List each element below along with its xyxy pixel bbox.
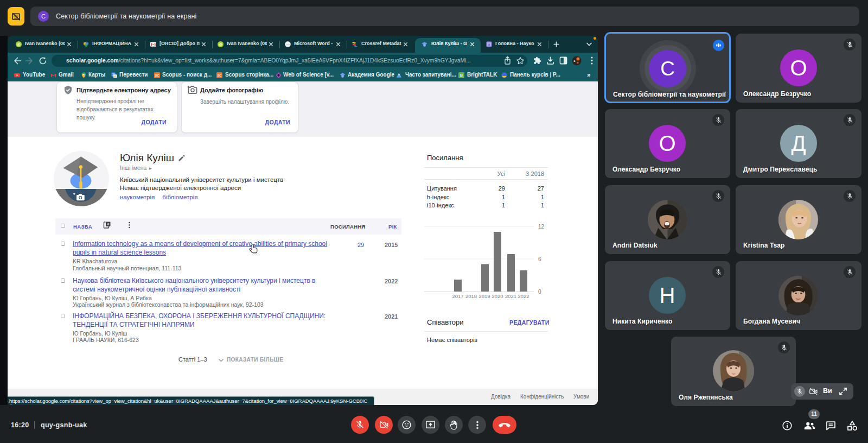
svg-text:SC: SC (217, 74, 222, 77)
svg-text:2021: 2021 (505, 293, 516, 299)
svg-text:2020: 2020 (492, 293, 503, 299)
svg-text:2018: 2018 (465, 293, 477, 299)
svg-text:0: 0 (538, 289, 541, 295)
svg-text:2017: 2017 (452, 293, 463, 299)
svg-text:iD: iD (17, 43, 21, 46)
svg-text:SC: SC (155, 74, 159, 77)
svg-text:12: 12 (538, 224, 545, 230)
svg-text:2022: 2022 (518, 293, 529, 299)
svg-text:B: B (460, 73, 463, 77)
svg-text:2019: 2019 (478, 293, 490, 299)
svg-text:A: A (114, 75, 116, 78)
svg-text:iD: iD (219, 43, 223, 46)
svg-text:6: 6 (538, 256, 541, 262)
